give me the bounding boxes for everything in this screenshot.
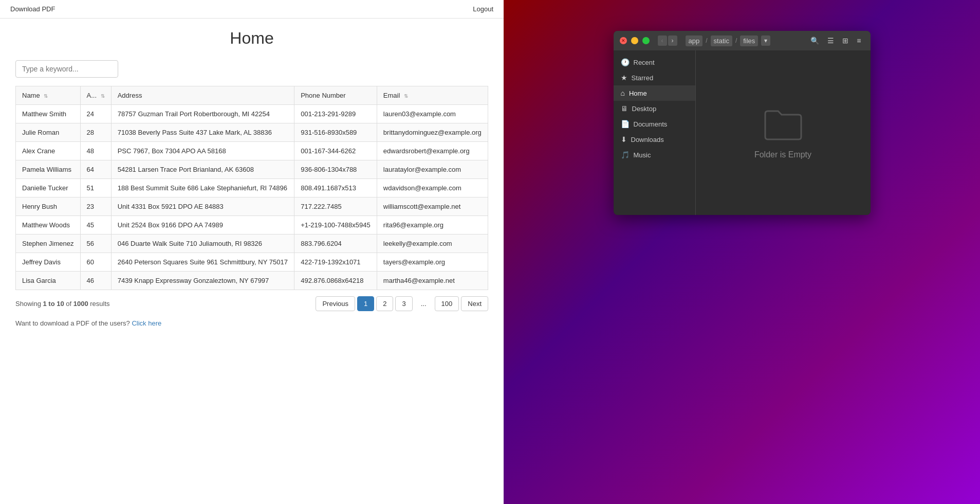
cell-phone: 883.796.6204 (294, 235, 377, 253)
fm-menu-button[interactable]: ≡ (854, 35, 864, 46)
download-link[interactable]: Click here (132, 319, 161, 327)
table-row: Jeffrey Davis602640 Peterson Squares Sui… (16, 253, 488, 272)
page-title: Home (15, 29, 488, 48)
fm-bc-files[interactable]: files (740, 35, 758, 46)
fm-close-button[interactable]: ✕ (620, 37, 627, 44)
cell-phone: +1-219-100-7488x5945 (294, 216, 377, 235)
fm-list-view-button[interactable]: ☰ (824, 35, 837, 46)
table-row: Matthew Woods45Unit 2524 Box 9166 DPO AA… (16, 216, 488, 235)
cell-phone: 001-213-291-9289 (294, 105, 377, 123)
sidebar-recent-label: Recent (634, 59, 655, 66)
sidebar-desktop-label: Desktop (632, 105, 657, 113)
fm-bc-sep-2: / (735, 37, 737, 44)
cell-age: 56 (80, 235, 111, 253)
sidebar-item-starred[interactable]: ★ Starred (614, 70, 695, 85)
cell-age: 48 (80, 142, 111, 160)
pagination: Previous 1 2 3 ... 100 Next (316, 296, 488, 311)
table-row: Danielle Tucker51188 Best Summit Suite 6… (16, 179, 488, 197)
cell-name: Pamela Williams (16, 160, 81, 179)
col-phone: Phone Number (294, 86, 377, 105)
fm-nav-buttons: ‹ › (658, 35, 677, 46)
sidebar-downloads-label: Downloads (631, 136, 664, 143)
starred-icon: ★ (621, 74, 627, 82)
sidebar-item-music[interactable]: 🎵 Music (614, 147, 695, 163)
fm-bc-sep-1: / (706, 37, 707, 44)
cell-address: 046 Duarte Walk Suite 710 Juliamouth, RI… (111, 235, 294, 253)
fm-empty-text: Folder is Empty (754, 150, 811, 159)
cell-age: 28 (80, 123, 111, 142)
cell-address: 71038 Beverly Pass Suite 437 Lake Mark, … (111, 123, 294, 142)
fm-bc-dropdown-button[interactable]: ▾ (761, 35, 770, 46)
cell-age: 24 (80, 105, 111, 123)
sidebar-item-home[interactable]: ⌂ Home (614, 85, 695, 101)
sidebar-home-label: Home (629, 89, 647, 97)
cell-name: Stephen Jimenez (16, 235, 81, 253)
sidebar-documents-label: Documents (634, 120, 668, 128)
sidebar-item-downloads[interactable]: ⬇ Downloads (614, 132, 695, 147)
cell-email: lauren03@example.com (377, 105, 488, 123)
fm-bc-static[interactable]: static (711, 35, 732, 46)
cell-age: 51 (80, 179, 111, 197)
sidebar-item-documents[interactable]: 📄 Documents (614, 116, 695, 132)
cell-phone: 931-516-8930x589 (294, 123, 377, 142)
table-row: Julie Roman2871038 Beverly Pass Suite 43… (16, 123, 488, 142)
table-header-row: Name ⇅ A... ⇅ Address Phone Number Email… (16, 86, 488, 105)
fm-search-button[interactable]: 🔍 (807, 35, 822, 46)
top-bar: Download PDF Logout (0, 0, 504, 19)
data-table: Name ⇅ A... ⇅ Address Phone Number Email… (15, 86, 488, 290)
col-name[interactable]: Name ⇅ (16, 86, 81, 105)
fm-view-options-button[interactable]: ⊞ (839, 35, 852, 46)
cell-name: Matthew Woods (16, 216, 81, 235)
cell-email: leekelly@example.com (377, 235, 488, 253)
cell-name: Henry Bush (16, 197, 81, 216)
cell-age: 60 (80, 253, 111, 272)
fm-body: 🕐 Recent ★ Starred ⌂ Home 🖥 Desktop 📄 (614, 50, 871, 215)
page-100-button[interactable]: 100 (435, 296, 459, 311)
table-footer: Showing 1 to 10 of 1000 results Previous… (15, 296, 488, 311)
table-row: Henry Bush23Unit 4331 Box 5921 DPO AE 84… (16, 197, 488, 216)
cell-phone: 808.491.1687x513 (294, 179, 377, 197)
download-pdf-link[interactable]: Download PDF (10, 5, 55, 13)
cell-name: Alex Crane (16, 142, 81, 160)
cell-address: PSC 7967, Box 7304 APO AA 58168 (111, 142, 294, 160)
cell-age: 46 (80, 272, 111, 290)
table-row: Lisa Garcia467439 Knapp Expressway Gonza… (16, 272, 488, 290)
cell-age: 45 (80, 216, 111, 235)
sidebar-starred-label: Starred (632, 74, 654, 82)
fm-back-button[interactable]: ‹ (658, 35, 667, 46)
logout-button[interactable]: Logout (473, 5, 493, 13)
cell-phone: 492.876.0868x64218 (294, 272, 377, 290)
fm-bc-app[interactable]: app (686, 35, 703, 46)
cell-email: brittanydominguez@example.org (377, 123, 488, 142)
cell-name: Julie Roman (16, 123, 81, 142)
sidebar-music-label: Music (634, 151, 651, 159)
fm-forward-button[interactable]: › (668, 35, 677, 46)
download-prompt: Want to download a PDF of the users? Cli… (15, 319, 488, 327)
cell-phone: 936-806-1304x788 (294, 160, 377, 179)
showing-text: Showing 1 to 10 of 1000 results (15, 300, 110, 308)
page-2-button[interactable]: 2 (376, 296, 393, 311)
cell-phone: 001-167-344-6262 (294, 142, 377, 160)
col-address: Address (111, 86, 294, 105)
table-row: Pamela Williams6454281 Larsen Trace Port… (16, 160, 488, 179)
sidebar-item-desktop[interactable]: 🖥 Desktop (614, 101, 695, 116)
col-age[interactable]: A... ⇅ (80, 86, 111, 105)
next-button[interactable]: Next (461, 296, 488, 311)
cell-age: 64 (80, 160, 111, 179)
fm-main-area: Folder is Empty (696, 50, 871, 215)
page-3-button[interactable]: 3 (395, 296, 412, 311)
page-1-button[interactable]: 1 (357, 296, 374, 311)
cell-email: rita96@example.org (377, 216, 488, 235)
search-input[interactable] (15, 60, 118, 78)
fm-maximize-button[interactable] (642, 37, 650, 44)
file-manager-panel: ✕ ‹ › app / static / files ▾ 🔍 ☰ ⊞ ≡ (504, 0, 980, 504)
cell-email: tayers@example.org (377, 253, 488, 272)
cell-email: laurataylor@example.com (377, 160, 488, 179)
table-row: Matthew Smith2478757 Guzman Trail Port R… (16, 105, 488, 123)
cell-address: 7439 Knapp Expressway Gonzaleztown, NY 6… (111, 272, 294, 290)
sidebar-item-recent[interactable]: 🕐 Recent (614, 55, 695, 70)
previous-button[interactable]: Previous (316, 296, 355, 311)
cell-address: 188 Best Summit Suite 686 Lake Stephanie… (111, 179, 294, 197)
fm-minimize-button[interactable] (631, 37, 638, 44)
col-email[interactable]: Email ⇅ (377, 86, 488, 105)
